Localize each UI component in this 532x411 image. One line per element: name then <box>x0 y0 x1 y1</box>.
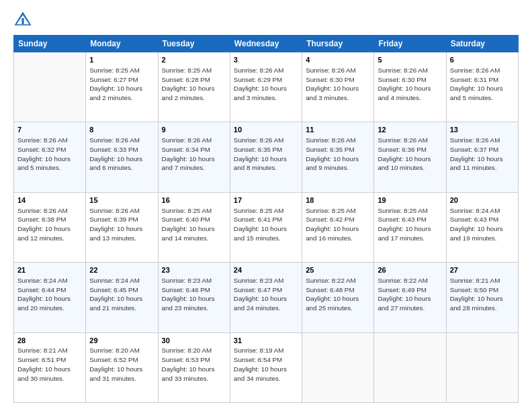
calendar-cell: 1Sunrise: 8:25 AM Sunset: 6:27 PM Daylig… <box>86 52 158 122</box>
day-number: 1 <box>89 55 154 65</box>
calendar-cell: 23Sunrise: 8:23 AM Sunset: 6:46 PM Dayli… <box>158 263 230 332</box>
day-number: 22 <box>89 265 154 275</box>
day-number: 12 <box>378 125 442 135</box>
day-info: Sunrise: 8:24 AM Sunset: 6:44 PM Dayligh… <box>17 276 82 313</box>
calendar-cell: 5Sunrise: 8:26 AM Sunset: 6:30 PM Daylig… <box>374 52 446 122</box>
calendar-header-tuesday: Tuesday <box>158 36 230 52</box>
day-info: Sunrise: 8:20 AM Sunset: 6:53 PM Dayligh… <box>162 346 226 383</box>
day-info: Sunrise: 8:26 AM Sunset: 6:37 PM Dayligh… <box>450 136 515 173</box>
day-number: 27 <box>450 265 515 275</box>
logo-icon <box>13 11 32 30</box>
calendar-cell: 22Sunrise: 8:24 AM Sunset: 6:45 PM Dayli… <box>86 263 158 332</box>
calendar-cell: 6Sunrise: 8:26 AM Sunset: 6:31 PM Daylig… <box>446 52 518 122</box>
calendar-cell: 30Sunrise: 8:20 AM Sunset: 6:53 PM Dayli… <box>158 332 230 402</box>
calendar-cell: 19Sunrise: 8:25 AM Sunset: 6:43 PM Dayli… <box>374 192 446 262</box>
day-info: Sunrise: 8:25 AM Sunset: 6:42 PM Dayligh… <box>306 206 370 243</box>
day-number: 15 <box>89 195 154 205</box>
calendar-cell <box>302 332 374 402</box>
calendar-header-sunday: Sunday <box>14 36 86 52</box>
day-number: 20 <box>450 195 515 205</box>
day-info: Sunrise: 8:25 AM Sunset: 6:40 PM Dayligh… <box>162 206 226 243</box>
day-number: 13 <box>450 125 515 135</box>
page-header <box>13 11 519 30</box>
calendar-cell: 4Sunrise: 8:26 AM Sunset: 6:30 PM Daylig… <box>302 52 374 122</box>
day-info: Sunrise: 8:26 AM Sunset: 6:32 PM Dayligh… <box>17 136 82 173</box>
calendar-cell: 12Sunrise: 8:26 AM Sunset: 6:36 PM Dayli… <box>374 122 446 192</box>
calendar-cell <box>14 52 86 122</box>
day-info: Sunrise: 8:19 AM Sunset: 6:54 PM Dayligh… <box>234 346 298 383</box>
calendar-cell <box>374 332 446 402</box>
calendar-cell: 2Sunrise: 8:25 AM Sunset: 6:28 PM Daylig… <box>158 52 230 122</box>
day-number: 2 <box>162 55 226 65</box>
day-number: 6 <box>450 55 515 65</box>
day-info: Sunrise: 8:26 AM Sunset: 6:39 PM Dayligh… <box>89 206 154 243</box>
day-number: 5 <box>378 55 442 65</box>
day-info: Sunrise: 8:25 AM Sunset: 6:28 PM Dayligh… <box>162 66 226 103</box>
calendar-cell: 29Sunrise: 8:20 AM Sunset: 6:52 PM Dayli… <box>86 332 158 402</box>
day-info: Sunrise: 8:26 AM Sunset: 6:33 PM Dayligh… <box>89 136 154 173</box>
day-info: Sunrise: 8:20 AM Sunset: 6:52 PM Dayligh… <box>89 346 154 383</box>
logo <box>13 11 35 30</box>
day-info: Sunrise: 8:26 AM Sunset: 6:35 PM Dayligh… <box>234 136 298 173</box>
calendar-cell: 8Sunrise: 8:26 AM Sunset: 6:33 PM Daylig… <box>86 122 158 192</box>
day-number: 7 <box>17 125 82 135</box>
calendar-cell: 24Sunrise: 8:23 AM Sunset: 6:47 PM Dayli… <box>230 263 302 332</box>
day-info: Sunrise: 8:21 AM Sunset: 6:50 PM Dayligh… <box>450 276 515 313</box>
calendar-table: SundayMondayTuesdayWednesdayThursdayFrid… <box>13 35 519 403</box>
day-number: 3 <box>234 55 298 65</box>
day-number: 9 <box>162 125 226 135</box>
day-info: Sunrise: 8:24 AM Sunset: 6:45 PM Dayligh… <box>89 276 154 313</box>
day-number: 8 <box>89 125 154 135</box>
calendar-week-row: 21Sunrise: 8:24 AM Sunset: 6:44 PM Dayli… <box>14 263 519 332</box>
calendar-cell: 14Sunrise: 8:26 AM Sunset: 6:38 PM Dayli… <box>14 192 86 262</box>
day-info: Sunrise: 8:26 AM Sunset: 6:38 PM Dayligh… <box>17 206 82 243</box>
day-info: Sunrise: 8:26 AM Sunset: 6:34 PM Dayligh… <box>162 136 226 173</box>
calendar-cell <box>446 332 518 402</box>
calendar-week-row: 1Sunrise: 8:25 AM Sunset: 6:27 PM Daylig… <box>14 52 519 122</box>
day-number: 14 <box>17 195 82 205</box>
day-info: Sunrise: 8:26 AM Sunset: 6:35 PM Dayligh… <box>306 136 370 173</box>
calendar-header-row: SundayMondayTuesdayWednesdayThursdayFrid… <box>14 36 519 52</box>
calendar-cell: 3Sunrise: 8:26 AM Sunset: 6:29 PM Daylig… <box>230 52 302 122</box>
day-number: 10 <box>234 125 298 135</box>
day-info: Sunrise: 8:24 AM Sunset: 6:43 PM Dayligh… <box>450 206 515 243</box>
day-number: 24 <box>234 265 298 275</box>
day-info: Sunrise: 8:25 AM Sunset: 6:43 PM Dayligh… <box>378 206 442 243</box>
day-number: 26 <box>378 265 442 275</box>
calendar-cell: 26Sunrise: 8:22 AM Sunset: 6:49 PM Dayli… <box>374 263 446 332</box>
day-number: 25 <box>306 265 370 275</box>
day-number: 11 <box>306 125 370 135</box>
calendar-header-friday: Friday <box>374 36 446 52</box>
day-info: Sunrise: 8:23 AM Sunset: 6:46 PM Dayligh… <box>162 276 226 313</box>
calendar-header-monday: Monday <box>86 36 158 52</box>
day-number: 18 <box>306 195 370 205</box>
calendar-cell: 21Sunrise: 8:24 AM Sunset: 6:44 PM Dayli… <box>14 263 86 332</box>
calendar-header-wednesday: Wednesday <box>230 36 302 52</box>
day-number: 16 <box>162 195 226 205</box>
day-info: Sunrise: 8:26 AM Sunset: 6:36 PM Dayligh… <box>378 136 442 173</box>
calendar-cell: 16Sunrise: 8:25 AM Sunset: 6:40 PM Dayli… <box>158 192 230 262</box>
calendar-cell: 25Sunrise: 8:22 AM Sunset: 6:48 PM Dayli… <box>302 263 374 332</box>
calendar-cell: 27Sunrise: 8:21 AM Sunset: 6:50 PM Dayli… <box>446 263 518 332</box>
calendar-cell: 18Sunrise: 8:25 AM Sunset: 6:42 PM Dayli… <box>302 192 374 262</box>
day-info: Sunrise: 8:22 AM Sunset: 6:48 PM Dayligh… <box>306 276 370 313</box>
calendar-cell: 7Sunrise: 8:26 AM Sunset: 6:32 PM Daylig… <box>14 122 86 192</box>
calendar-week-row: 14Sunrise: 8:26 AM Sunset: 6:38 PM Dayli… <box>14 192 519 262</box>
day-info: Sunrise: 8:22 AM Sunset: 6:49 PM Dayligh… <box>378 276 442 313</box>
day-number: 4 <box>306 55 370 65</box>
day-info: Sunrise: 8:26 AM Sunset: 6:30 PM Dayligh… <box>378 66 442 103</box>
day-number: 21 <box>17 265 82 275</box>
calendar-cell: 17Sunrise: 8:25 AM Sunset: 6:41 PM Dayli… <box>230 192 302 262</box>
day-number: 23 <box>162 265 226 275</box>
calendar-cell: 28Sunrise: 8:21 AM Sunset: 6:51 PM Dayli… <box>14 332 86 402</box>
calendar-cell: 31Sunrise: 8:19 AM Sunset: 6:54 PM Dayli… <box>230 332 302 402</box>
day-number: 19 <box>378 195 442 205</box>
calendar-cell: 9Sunrise: 8:26 AM Sunset: 6:34 PM Daylig… <box>158 122 230 192</box>
svg-rect-2 <box>21 18 24 24</box>
day-number: 28 <box>17 336 82 346</box>
day-number: 30 <box>162 336 226 346</box>
calendar-week-row: 7Sunrise: 8:26 AM Sunset: 6:32 PM Daylig… <box>14 122 519 192</box>
day-info: Sunrise: 8:21 AM Sunset: 6:51 PM Dayligh… <box>17 346 82 383</box>
day-info: Sunrise: 8:25 AM Sunset: 6:41 PM Dayligh… <box>234 206 298 243</box>
day-info: Sunrise: 8:25 AM Sunset: 6:27 PM Dayligh… <box>89 66 154 103</box>
